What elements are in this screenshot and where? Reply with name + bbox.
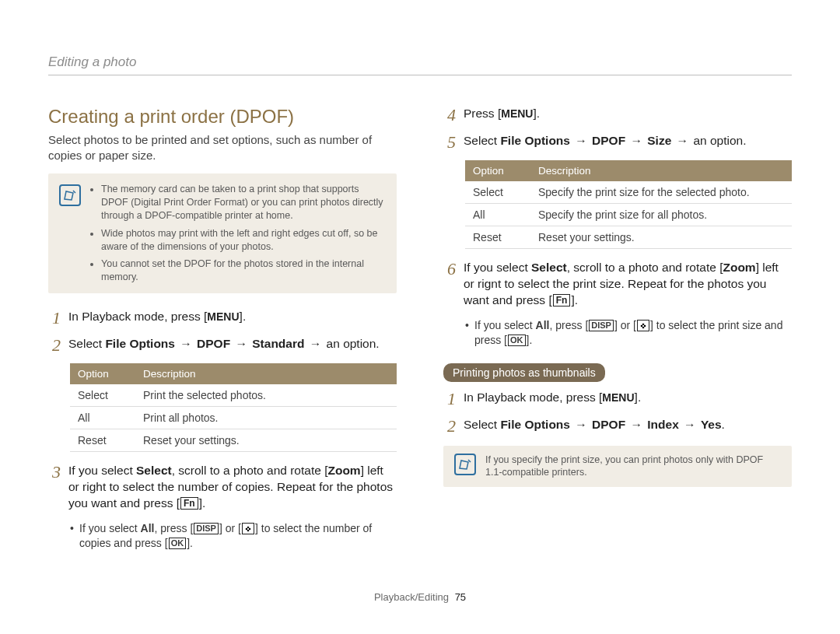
section-heading: Creating a print order (DPOF) bbox=[48, 106, 397, 128]
subsection-badge: Printing photos as thumbnails bbox=[443, 363, 605, 382]
step-5: 5 Select File Options → DPOF → Size → an… bbox=[443, 133, 792, 151]
table-row: ResetReset your settings. bbox=[70, 429, 397, 452]
left-column: Creating a print order (DPOF) Select pho… bbox=[48, 106, 397, 559]
fn-key-icon: Fn bbox=[180, 497, 198, 510]
svg-point-3 bbox=[247, 530, 250, 532]
note-box: If you specify the print size, you can p… bbox=[443, 446, 792, 488]
note-icon bbox=[454, 454, 476, 475]
note-item: You cannot set the DPOF for the photos s… bbox=[101, 257, 386, 284]
table-header: Description bbox=[135, 363, 397, 384]
step-text: Select File Options → DPOF → Size → an o… bbox=[464, 133, 792, 149]
right-column: 4 Press [MENU]. 5 Select File Options → … bbox=[443, 106, 792, 559]
macro-key-icon bbox=[637, 320, 649, 331]
menu-label: MENU bbox=[602, 391, 634, 404]
step-number: 6 bbox=[443, 261, 456, 278]
thumb-step-1: 1 In Playback mode, press [MENU]. bbox=[443, 390, 792, 408]
step-number: 5 bbox=[443, 134, 456, 151]
footer-section: Playback/Editing bbox=[374, 591, 449, 603]
step-number: 2 bbox=[48, 337, 61, 354]
page-number: 75 bbox=[455, 591, 466, 603]
svg-point-8 bbox=[642, 327, 645, 329]
svg-point-4 bbox=[247, 528, 249, 530]
step-3: 3 If you select Select, scroll to a phot… bbox=[48, 463, 397, 512]
options-table-standard: Option Description SelectPrint the selec… bbox=[70, 363, 397, 452]
ok-key-icon: OK bbox=[169, 538, 187, 549]
step-number: 2 bbox=[443, 418, 456, 435]
table-row: AllSpecify the print size for all photos… bbox=[465, 204, 792, 226]
note-item: Wide photos may print with the left and … bbox=[101, 227, 386, 254]
svg-point-1 bbox=[246, 528, 248, 531]
table-header-row: Option Description bbox=[465, 160, 792, 181]
step-number: 3 bbox=[48, 464, 61, 481]
step-text: Press [MENU]. bbox=[464, 106, 792, 122]
table-header-row: Option Description bbox=[70, 363, 397, 384]
step-number: 1 bbox=[48, 310, 61, 327]
svg-point-2 bbox=[249, 528, 251, 531]
svg-point-0 bbox=[247, 527, 250, 529]
divider bbox=[48, 75, 792, 75]
table-header: Description bbox=[530, 160, 792, 181]
menu-label: MENU bbox=[207, 310, 239, 323]
step-text: Select File Options → DPOF → Index → Yes… bbox=[464, 417, 792, 433]
table-row: AllPrint all photos. bbox=[70, 407, 397, 429]
note-icon bbox=[59, 184, 81, 206]
thumb-step-2: 2 Select File Options → DPOF → Index → Y… bbox=[443, 417, 792, 435]
page-footer: Playback/Editing 75 bbox=[0, 591, 840, 603]
step-2: 2 Select File Options → DPOF → Standard … bbox=[48, 336, 397, 354]
step-text: In Playback mode, press [MENU]. bbox=[68, 309, 397, 325]
manual-page: Editing a photo Creating a print order (… bbox=[0, 0, 840, 634]
note-text: If you specify the print size, you can p… bbox=[485, 454, 781, 480]
note-item: The memory card can be taken to a print … bbox=[101, 183, 386, 222]
step-text: Select File Options → DPOF → Standard → … bbox=[68, 336, 397, 352]
fn-key-icon: Fn bbox=[553, 294, 571, 306]
svg-point-9 bbox=[642, 325, 644, 327]
table-row: SelectPrint the selected photos. bbox=[70, 384, 397, 407]
sub-bullet: If you select All, press [DISP] or [] to… bbox=[70, 521, 397, 551]
svg-point-6 bbox=[641, 325, 643, 328]
table-header: Option bbox=[70, 363, 135, 384]
disp-key-icon: DISP bbox=[194, 523, 219, 534]
menu-label: MENU bbox=[501, 107, 533, 120]
disp-key-icon: DISP bbox=[589, 320, 614, 331]
table-row: SelectSpecify the print size for the sel… bbox=[465, 181, 792, 204]
note-list: The memory card can be taken to a print … bbox=[90, 183, 386, 284]
svg-point-5 bbox=[642, 324, 645, 326]
sub-bullet: If you select All, press [DISP] or [] to… bbox=[465, 318, 792, 348]
options-table-size: Option Description SelectSpecify the pri… bbox=[465, 160, 792, 249]
step-text: If you select Select, scroll to a photo … bbox=[68, 463, 397, 512]
table-header: Option bbox=[465, 160, 530, 181]
step-4: 4 Press [MENU]. bbox=[443, 106, 792, 124]
ok-key-icon: OK bbox=[508, 335, 526, 346]
two-column-layout: Creating a print order (DPOF) Select pho… bbox=[48, 106, 792, 559]
breadcrumb: Editing a photo bbox=[48, 54, 136, 70]
step-text: If you select Select, scroll to a photo … bbox=[464, 260, 792, 309]
intro-text: Select photos to be printed and set opti… bbox=[48, 132, 397, 163]
step-number: 4 bbox=[443, 107, 456, 124]
step-6: 6 If you select Select, scroll to a phot… bbox=[443, 260, 792, 309]
table-row: ResetReset your settings. bbox=[465, 226, 792, 249]
macro-key-icon bbox=[242, 523, 254, 534]
step-number: 1 bbox=[443, 391, 456, 408]
note-box: The memory card can be taken to a print … bbox=[48, 173, 397, 293]
svg-point-7 bbox=[644, 325, 646, 328]
step-text: In Playback mode, press [MENU]. bbox=[464, 390, 792, 406]
step-1: 1 In Playback mode, press [MENU]. bbox=[48, 309, 397, 327]
